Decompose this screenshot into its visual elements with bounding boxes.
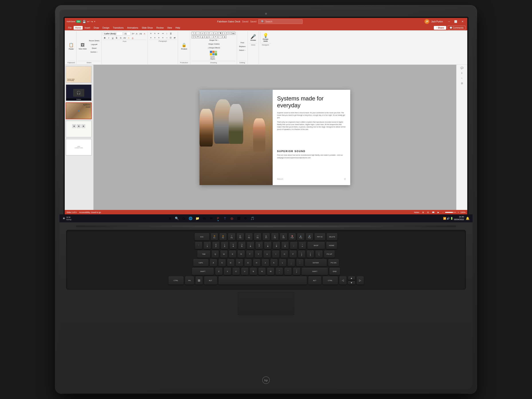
key-f6[interactable]: ☀+F6 xyxy=(254,233,261,241)
menu-view[interactable]: View xyxy=(165,26,174,30)
decrease-font-button[interactable]: A- xyxy=(135,32,139,35)
zoom-slider[interactable] xyxy=(445,212,456,213)
shape-pent[interactable]: ⬠ xyxy=(227,32,231,35)
key-f1[interactable]: 🔅F1 xyxy=(211,233,218,241)
font-name-input[interactable] xyxy=(103,32,123,35)
menu-review[interactable]: Review xyxy=(155,26,165,30)
shape-rect[interactable]: ▭ xyxy=(200,32,204,35)
char-spacing-button[interactable]: AV xyxy=(123,36,126,40)
shape-triangle[interactable]: △ xyxy=(214,32,218,35)
shape-line[interactable]: ╲ xyxy=(191,32,196,35)
key-arrow-up[interactable]: ▲ xyxy=(348,276,355,280)
layout-button[interactable]: Layout ▾ xyxy=(88,43,100,46)
close-button[interactable]: ✕ xyxy=(459,19,466,24)
shape-rtriangle[interactable]: ◥ xyxy=(218,32,222,35)
minimize-button[interactable]: ─ xyxy=(446,19,452,24)
key-end[interactable]: END xyxy=(329,267,340,275)
shape-rounded-rect[interactable]: ⬭ xyxy=(205,32,209,35)
key-rbracket[interactable]: }] xyxy=(307,250,314,258)
restore-button[interactable]: ⬜ xyxy=(453,19,459,24)
shape-effects-button[interactable]: ) Shape Effects xyxy=(207,46,221,50)
key-arrow-left[interactable]: ◁ xyxy=(339,276,347,285)
shape-bracket[interactable]: [] xyxy=(205,35,209,38)
key-shift-left[interactable]: SHIFT xyxy=(192,267,214,275)
key-r[interactable]: R xyxy=(237,250,245,258)
find-button[interactable]: Find xyxy=(238,41,246,44)
key-e[interactable]: E xyxy=(229,250,236,258)
smart-art-button[interactable]: ⊡ xyxy=(169,36,172,39)
key-4[interactable]: $4 xyxy=(229,242,237,249)
key-2[interactable]: @2 xyxy=(212,242,220,249)
key-c[interactable]: C xyxy=(232,267,240,275)
numbering-button[interactable]: ≡ xyxy=(153,32,157,35)
key-1[interactable]: !1 xyxy=(203,242,211,249)
key-esc[interactable]: ESC xyxy=(194,233,209,241)
key-f2[interactable]: 🔆F2 xyxy=(219,233,227,241)
shape-arrow[interactable]: → xyxy=(196,32,200,35)
key-l[interactable]: L xyxy=(279,259,286,266)
text-shadow-button[interactable]: S xyxy=(119,36,122,40)
shape-outline-button[interactable]: Shape Outline xyxy=(207,42,221,46)
key-b[interactable]: B xyxy=(250,267,257,275)
key-backslash[interactable]: |\ xyxy=(315,250,323,258)
arrange-button[interactable]: Arr xyxy=(231,32,235,35)
paste-button[interactable]: 📋 Paste xyxy=(68,41,75,52)
zoom-in-status[interactable]: + xyxy=(457,211,460,214)
design-ideas-button[interactable]: 💡 Design Ideas xyxy=(260,32,271,43)
key-slash[interactable]: ?/ xyxy=(293,267,300,275)
key-f4[interactable]: 🖥F4 xyxy=(236,233,244,241)
key-comma[interactable]: <, xyxy=(276,267,283,275)
key-f10[interactable]: 🔇F10 xyxy=(288,233,296,241)
shape-fill-button[interactable]: Shape Fill ~ xyxy=(207,38,221,42)
key-pgdn[interactable]: PG DN xyxy=(328,259,339,266)
underline-button[interactable]: U xyxy=(111,36,114,40)
menu-design[interactable]: Design xyxy=(101,26,111,30)
key-f11[interactable]: 🔉F11 xyxy=(297,233,304,241)
key-tab[interactable]: TAB xyxy=(197,250,210,258)
key-quote[interactable]: "' xyxy=(296,259,304,266)
key-d[interactable]: D xyxy=(227,259,234,266)
shape-brace[interactable]: {} xyxy=(200,35,204,38)
font-size-input[interactable] xyxy=(123,32,131,35)
normal-view-btn[interactable]: ⊞ xyxy=(422,211,425,214)
key-j[interactable]: J xyxy=(262,259,269,266)
decrease-indent-button[interactable]: ⇤ xyxy=(157,32,160,35)
zoom-out-status[interactable]: − xyxy=(442,211,444,214)
key-ctrl-right[interactable]: CTRL xyxy=(323,276,338,285)
key-t[interactable]: T xyxy=(246,250,253,258)
share-button[interactable]: ↑ Share xyxy=(434,26,446,30)
slide-thumb-2[interactable]: 🎧 Dolore xyxy=(66,84,92,101)
key-y[interactable]: Y xyxy=(255,250,262,258)
bold-button[interactable]: B xyxy=(103,36,106,40)
shape-callout[interactable]: 💬 xyxy=(191,35,196,38)
key-home[interactable]: HOME xyxy=(326,242,337,249)
shape-star[interactable]: ★ xyxy=(196,35,200,38)
key-f8[interactable]: ⏯F8 xyxy=(271,233,279,241)
key-backtick[interactable]: ~` xyxy=(195,242,202,249)
key-m[interactable]: M xyxy=(267,267,274,275)
select-button[interactable]: Select ~ xyxy=(238,48,246,52)
key-alt-right[interactable]: ALT xyxy=(308,276,321,285)
key-q[interactable]: Q xyxy=(211,250,219,258)
key-8[interactable]: *8 xyxy=(264,242,272,249)
slide-thumb-3[interactable]: Systemsmade 👥 xyxy=(66,102,92,119)
key-n[interactable]: N xyxy=(258,267,266,275)
key-semicolon[interactable]: :; xyxy=(287,259,295,266)
key-win[interactable]: ⊞ xyxy=(195,276,203,285)
increase-font-button[interactable]: A+ xyxy=(131,32,135,35)
section-button[interactable]: Section ~ xyxy=(88,50,100,54)
key-prtsc[interactable]: PRT SC xyxy=(314,233,325,241)
comments-panel-btn[interactable]: 💬 xyxy=(459,66,465,70)
key-f3[interactable]: ⟳F3 xyxy=(228,233,235,241)
strikethrough-button[interactable]: S̶ xyxy=(115,36,118,40)
menu-draw[interactable]: Draw xyxy=(92,26,101,30)
comments-button[interactable]: 💬 Comments xyxy=(448,26,466,30)
zoom-in-btn[interactable]: + xyxy=(459,71,465,75)
slide-thumb-5[interactable]: OMNICONNECTIONS xyxy=(66,139,92,156)
key-enter[interactable]: ENTER xyxy=(305,259,327,266)
key-caps[interactable]: CAPS xyxy=(193,259,209,266)
key-equals[interactable]: += xyxy=(298,242,306,249)
key-space[interactable] xyxy=(218,276,307,285)
key-k[interactable]: K xyxy=(270,259,278,266)
key-lbracket[interactable]: {[ xyxy=(298,250,305,258)
